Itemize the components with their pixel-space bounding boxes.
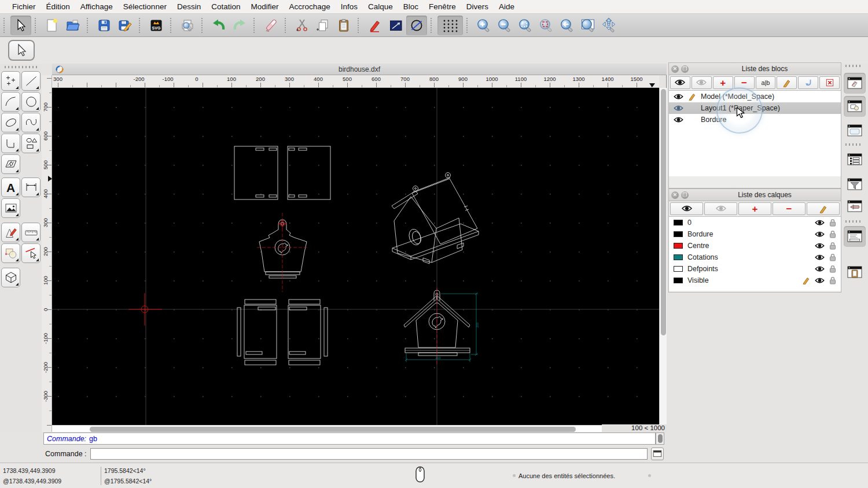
open-file-button[interactable]: [62, 16, 83, 35]
circle-tool-button[interactable]: [406, 16, 427, 35]
zoom-out-button[interactable]: [494, 16, 515, 35]
select-entity-tool-button[interactable]: [21, 243, 41, 263]
menu-modifier[interactable]: Modifier: [245, 2, 284, 11]
points-tool-button[interactable]: [1, 71, 20, 91]
add-block-button[interactable]: +: [713, 76, 733, 89]
grid-toggle-button[interactable]: [437, 16, 463, 35]
float-window-icon[interactable]: ❐: [681, 65, 689, 73]
dimension-tool-button[interactable]: [21, 178, 41, 197]
save-as-button[interactable]: [115, 16, 135, 35]
zoom-previous-button[interactable]: [557, 16, 578, 35]
zoom-selection-button[interactable]: [536, 16, 557, 35]
dock-layer-list-button[interactable]: [844, 149, 866, 170]
arc-tool-button[interactable]: [1, 92, 20, 112]
menu-edition[interactable]: Édition: [41, 2, 75, 11]
dock-filter-button[interactable]: [844, 174, 866, 195]
layers-panel-titlebar[interactable]: ✕ ❐ Liste des calques: [669, 189, 841, 201]
layer-show-all-button[interactable]: [670, 202, 703, 215]
visibility-eye-icon[interactable]: [674, 105, 683, 112]
zoom-pan-button[interactable]: [598, 16, 619, 35]
select-arrow-button[interactable]: [10, 16, 31, 35]
selection-pointer-button[interactable]: [8, 40, 35, 61]
block-tool-button[interactable]: [1, 243, 20, 263]
layer-row-visible[interactable]: Visible: [669, 275, 841, 286]
edit-layer-button[interactable]: [807, 202, 840, 215]
menu-cotation[interactable]: Cotation: [206, 2, 245, 11]
close-icon[interactable]: ✕: [671, 191, 679, 199]
visibility-eye-icon[interactable]: [674, 117, 683, 123]
visibility-eye-icon[interactable]: [674, 94, 683, 100]
paste-button[interactable]: [333, 16, 354, 35]
measure-tool-button[interactable]: [21, 223, 41, 242]
zoom-auto-button[interactable]: [515, 16, 536, 35]
layer-visibility-eye-icon[interactable]: [815, 231, 825, 238]
add-layer-button[interactable]: +: [738, 202, 771, 215]
line-tool-button[interactable]: [385, 16, 406, 35]
layer-lock-icon[interactable]: [829, 265, 836, 273]
layer-lock-icon[interactable]: [829, 230, 836, 238]
dock-pen-settings-button[interactable]: [844, 196, 866, 217]
new-document-button[interactable]: [42, 16, 62, 35]
hatch-tool-button[interactable]: [1, 154, 20, 174]
copy-button[interactable]: [312, 16, 333, 35]
spline-tool-button[interactable]: [21, 113, 41, 132]
menu-selectionner[interactable]: Sélectionner: [118, 2, 172, 11]
layer-visibility-eye-icon[interactable]: [815, 243, 825, 249]
edit-block-button[interactable]: [777, 76, 797, 89]
command-history-scrollbar[interactable]: [656, 432, 664, 445]
command-input[interactable]: [90, 448, 648, 460]
line-tool-palette-button[interactable]: [21, 71, 41, 91]
layer-visibility-eye-icon[interactable]: [815, 278, 825, 284]
draw-pen-button[interactable]: [365, 16, 385, 35]
purge-blocks-button[interactable]: [819, 76, 840, 89]
menu-infos[interactable]: Infos: [336, 2, 363, 11]
menu-aide[interactable]: Aide: [494, 2, 520, 11]
menu-accrochage[interactable]: Accrochage: [284, 2, 335, 11]
insert-block-button[interactable]: [798, 76, 818, 89]
zoom-in-button[interactable]: [473, 16, 494, 35]
command-options-button[interactable]: [651, 448, 664, 460]
layer-row-cotations[interactable]: Cotations: [669, 252, 841, 263]
layer-visibility-eye-icon[interactable]: [815, 220, 825, 226]
redo-button[interactable]: [229, 16, 250, 35]
layer-lock-icon[interactable]: [829, 219, 836, 227]
layer-lock-icon[interactable]: [829, 276, 836, 284]
layer-row-defpoints[interactable]: Defpoints: [669, 263, 841, 275]
layer-lock-icon[interactable]: [829, 253, 836, 261]
dock-block-list-button[interactable]: [844, 73, 866, 94]
dock-command-widget-button[interactable]: [844, 226, 866, 247]
v-scroll-thumb[interactable]: [661, 89, 666, 335]
solid-3d-tool-button[interactable]: [1, 268, 20, 287]
command-history-scroll-thumb[interactable]: [658, 434, 663, 443]
layer-visibility-eye-icon[interactable]: [815, 266, 825, 272]
document-titlebar[interactable]: birdhouse.dxf: [52, 64, 667, 75]
polygon-tool-button[interactable]: [21, 134, 41, 153]
layer-row-0[interactable]: 0: [669, 217, 841, 228]
save-button[interactable]: [94, 16, 115, 35]
remove-layer-button[interactable]: −: [773, 202, 806, 215]
menu-calque[interactable]: Calque: [363, 2, 398, 11]
text-tool-button[interactable]: A: [1, 178, 20, 197]
menu-divers[interactable]: Divers: [461, 2, 494, 11]
command-history[interactable]: Commande: gb: [43, 432, 656, 445]
layer-row-centre[interactable]: Centre: [669, 240, 841, 252]
layer-visibility-eye-icon[interactable]: [815, 254, 825, 261]
menu-fichier[interactable]: Fichier: [7, 2, 41, 11]
layer-hide-all-button[interactable]: [704, 202, 737, 215]
menu-bloc[interactable]: Bloc: [398, 2, 424, 11]
print-preview-button[interactable]: [177, 16, 198, 35]
ellipse-tool-button[interactable]: [1, 113, 20, 132]
undo-button[interactable]: [208, 16, 229, 35]
menu-fenetre[interactable]: Fenêtre: [424, 2, 461, 11]
image-tool-button[interactable]: [1, 198, 20, 218]
menu-dessin[interactable]: Dessin: [172, 2, 206, 11]
svg-export-button[interactable]: SVG: [146, 16, 167, 35]
dock-preview-button[interactable]: [844, 120, 866, 141]
float-window-icon[interactable]: ❐: [681, 191, 689, 199]
h-scroll-thumb[interactable]: [90, 427, 576, 432]
polyline-tool-button[interactable]: [1, 134, 20, 153]
close-icon[interactable]: ✕: [671, 65, 679, 73]
block-show-all-button[interactable]: [670, 76, 690, 89]
block-hide-all-button[interactable]: [692, 76, 712, 89]
blocks-panel-titlebar[interactable]: ✕ ❐ Liste des blocs: [669, 63, 841, 75]
